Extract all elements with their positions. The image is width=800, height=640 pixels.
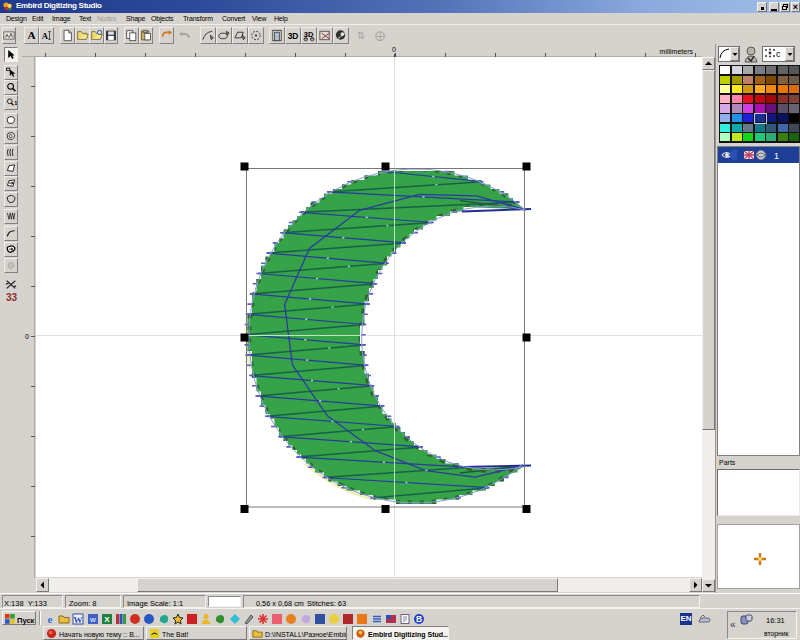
svg-text:1: 1 [774, 151, 779, 161]
svg-text:A: A [42, 31, 49, 41]
svg-text:B: B [416, 614, 422, 624]
svg-text:1: 1 [14, 100, 17, 106]
svg-text:X: X [104, 615, 110, 624]
svg-text:e: e [48, 613, 53, 625]
svg-text:W: W [74, 615, 83, 625]
svg-text:3D: 3D [288, 31, 299, 41]
svg-text:A: A [27, 29, 36, 41]
svg-text:c: c [776, 49, 781, 59]
svg-text:w: w [89, 615, 96, 624]
